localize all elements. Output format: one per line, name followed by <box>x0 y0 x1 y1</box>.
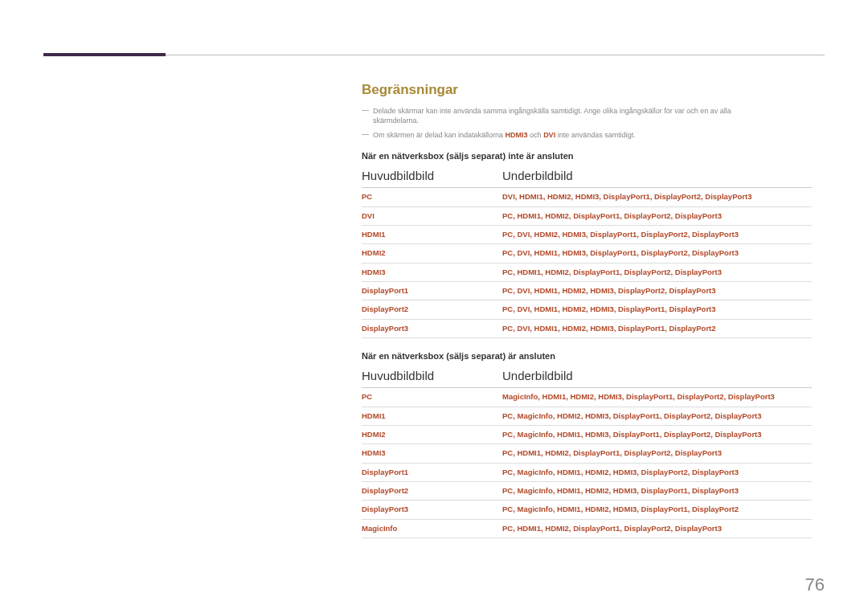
cell-sub: DVI, HDMI1, HDMI2, HDMI3, DisplayPort1, … <box>502 188 812 206</box>
cell-sub: PC, MagicInfo, HDMI2, HDMI3, DisplayPort… <box>502 407 812 425</box>
cell-main: HDMI3 <box>362 263 502 281</box>
note-2-part-b: och <box>528 131 544 139</box>
cell-main: HDMI2 <box>362 425 502 443</box>
cell-main: DVI <box>362 206 502 225</box>
cell-sub: PC, DVI, HDMI1, HDMI3, DisplayPort1, Dis… <box>502 244 812 263</box>
table-row: DisplayPort1PC, DVI, HDMI1, HDMI2, HDMI3… <box>362 282 812 300</box>
header-accent <box>43 53 166 56</box>
page-number: 76 <box>805 574 825 595</box>
table-row: DisplayPort3PC, DVI, HDMI1, HDMI2, HDMI3… <box>362 319 812 337</box>
table-row: DVIPC, HDMI1, HDMI2, DisplayPort1, Displ… <box>362 206 812 225</box>
main-content: Begränsningar Delade skärmar kan inte an… <box>362 82 812 551</box>
cell-main: DisplayPort1 <box>362 282 502 300</box>
table-row: PCMagicInfo, HDMI1, HDMI2, HDMI3, Displa… <box>362 388 812 407</box>
cell-main: MagicInfo <box>362 519 502 537</box>
cell-main: HDMI1 <box>362 226 502 244</box>
table-row: HDMI2PC, DVI, HDMI1, HDMI3, DisplayPort1… <box>362 244 812 263</box>
note-2-hdmi3: HDMI3 <box>506 131 528 139</box>
cell-sub: PC, DVI, HDMI1, HDMI2, HDMI3, DisplayPor… <box>502 300 812 319</box>
cell-sub: PC, HDMI1, HDMI2, DisplayPort1, DisplayP… <box>502 206 812 225</box>
table-row: HDMI1PC, DVI, HDMI2, HDMI3, DisplayPort1… <box>362 226 812 244</box>
table-row: DisplayPort3PC, MagicInfo, HDMI1, HDMI2,… <box>362 501 812 519</box>
table-row: HDMI3PC, HDMI1, HDMI2, DisplayPort1, Dis… <box>362 263 812 281</box>
cell-sub: PC, HDMI1, HDMI2, DisplayPort1, DisplayP… <box>502 263 812 281</box>
cell-main: DisplayPort2 <box>362 300 502 319</box>
table-row: DisplayPort2PC, DVI, HDMI1, HDMI2, HDMI3… <box>362 300 812 319</box>
table-row: DisplayPort1PC, MagicInfo, HDMI1, HDMI2,… <box>362 463 812 481</box>
table-row: HDMI3PC, HDMI1, HDMI2, DisplayPort1, Dis… <box>362 444 812 463</box>
table-row: HDMI1PC, MagicInfo, HDMI2, HDMI3, Displa… <box>362 407 812 425</box>
cell-sub: PC, DVI, HDMI1, HDMI2, HDMI3, DisplayPor… <box>502 319 812 337</box>
cell-main: HDMI2 <box>362 244 502 263</box>
cell-main: DisplayPort3 <box>362 319 502 337</box>
table2-header-main: Huvudbildbild <box>362 362 502 388</box>
cell-main: DisplayPort3 <box>362 501 502 519</box>
cell-sub: PC, MagicInfo, HDMI1, HDMI2, HDMI3, Disp… <box>502 463 812 481</box>
cell-main: PC <box>362 388 502 407</box>
note-2: Om skärmen är delad kan indatakällorna H… <box>362 130 812 140</box>
note-2-part-c: inte användas samtidigt. <box>555 131 636 139</box>
table-row: MagicInfoPC, HDMI1, HDMI2, DisplayPort1,… <box>362 519 812 537</box>
table1-header-main: Huvudbildbild <box>362 162 502 188</box>
cell-sub: PC, MagicInfo, HDMI1, HDMI2, HDMI3, Disp… <box>502 481 812 500</box>
note-1-line-1: Delade skärmar kan inte använda samma in… <box>373 107 731 115</box>
cell-main: PC <box>362 188 502 206</box>
table1: Huvudbildbild Underbildbild PCDVI, HDMI1… <box>362 162 812 338</box>
table-row: HDMI2PC, MagicInfo, HDMI1, HDMI3, Displa… <box>362 425 812 443</box>
cell-sub: PC, DVI, HDMI2, HDMI3, DisplayPort1, Dis… <box>502 226 812 244</box>
cell-main: DisplayPort2 <box>362 481 502 500</box>
table2-header-sub: Underbildbild <box>502 362 812 388</box>
cell-sub: PC, HDMI1, HDMI2, DisplayPort1, DisplayP… <box>502 444 812 463</box>
table-row: DisplayPort2PC, MagicInfo, HDMI1, HDMI2,… <box>362 481 812 500</box>
cell-sub: MagicInfo, HDMI1, HDMI2, HDMI3, DisplayP… <box>502 388 812 407</box>
cell-main: HDMI1 <box>362 407 502 425</box>
cell-sub: PC, HDMI1, HDMI2, DisplayPort1, DisplayP… <box>502 519 812 537</box>
cell-main: HDMI3 <box>362 444 502 463</box>
table-row: PCDVI, HDMI1, HDMI2, HDMI3, DisplayPort1… <box>362 188 812 206</box>
note-2-dvi: DVI <box>543 131 555 139</box>
cell-main: DisplayPort1 <box>362 463 502 481</box>
notes-list: Delade skärmar kan inte använda samma in… <box>362 106 812 140</box>
cell-sub: PC, MagicInfo, HDMI1, HDMI3, DisplayPort… <box>502 425 812 443</box>
table1-title: När en nätverksbox (säljs separat) inte … <box>362 151 812 161</box>
cell-sub: PC, DVI, HDMI1, HDMI2, HDMI3, DisplayPor… <box>502 282 812 300</box>
cell-sub: PC, MagicInfo, HDMI1, HDMI2, HDMI3, Disp… <box>502 501 812 519</box>
table2: Huvudbildbild Underbildbild PCMagicInfo,… <box>362 362 812 538</box>
note-2-part-a: Om skärmen är delad kan indatakällorna <box>373 131 506 139</box>
table1-header-sub: Underbildbild <box>502 162 812 188</box>
section-title: Begränsningar <box>362 82 812 98</box>
table2-title: När en nätverksbox (säljs separat) är an… <box>362 351 812 361</box>
note-1-line-2: skärmdelarna. <box>373 116 419 125</box>
note-1: Delade skärmar kan inte använda samma in… <box>362 106 812 125</box>
